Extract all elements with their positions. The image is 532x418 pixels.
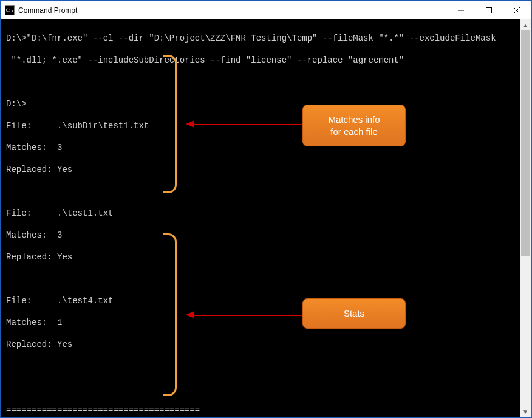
- file-matches: Matches: 3: [6, 142, 526, 153]
- cmd-line-1: D:\>"D:\fnr.exe" --cl --dir "D:\Project\…: [6, 33, 526, 44]
- file-replaced: Replaced: Yes: [6, 252, 526, 262]
- scroll-down-button[interactable]: ▼: [520, 406, 531, 417]
- file-entry: File: .\test4.txt: [6, 295, 526, 306]
- vertical-scrollbar[interactable]: ▲ ▼: [520, 19, 531, 417]
- minimize-button[interactable]: [447, 1, 475, 19]
- file-matches: Matches: 3: [6, 230, 526, 241]
- file-replaced: Replaced: Yes: [6, 339, 526, 350]
- svg-rect-1: [486, 7, 492, 13]
- file-matches: Matches: 1: [6, 317, 526, 328]
- prompt-line: D:\>: [6, 98, 526, 109]
- console-output: D:\>"D:\fnr.exe" --cl --dir "D:\Project\…: [1, 19, 531, 417]
- file-entry: File: .\test1.txt: [6, 208, 526, 219]
- cmd-icon: C:\: [5, 5, 15, 15]
- close-button[interactable]: [503, 1, 531, 19]
- window-title: Command Prompt: [18, 6, 77, 15]
- scroll-thumb[interactable]: [521, 30, 530, 256]
- scroll-track[interactable]: [520, 30, 531, 406]
- window-titlebar: C:\ Command Prompt: [1, 1, 531, 19]
- file-replaced: Replaced: Yes: [6, 164, 526, 175]
- cmd-line-2: "*.dll; *.exe" --includeSubDirectories -…: [6, 55, 526, 66]
- maximize-button[interactable]: [475, 1, 503, 19]
- divider: ======================================: [6, 405, 526, 416]
- file-entry: File: .\subDir\test1.txt: [6, 120, 526, 131]
- scroll-up-button[interactable]: ▲: [520, 19, 531, 30]
